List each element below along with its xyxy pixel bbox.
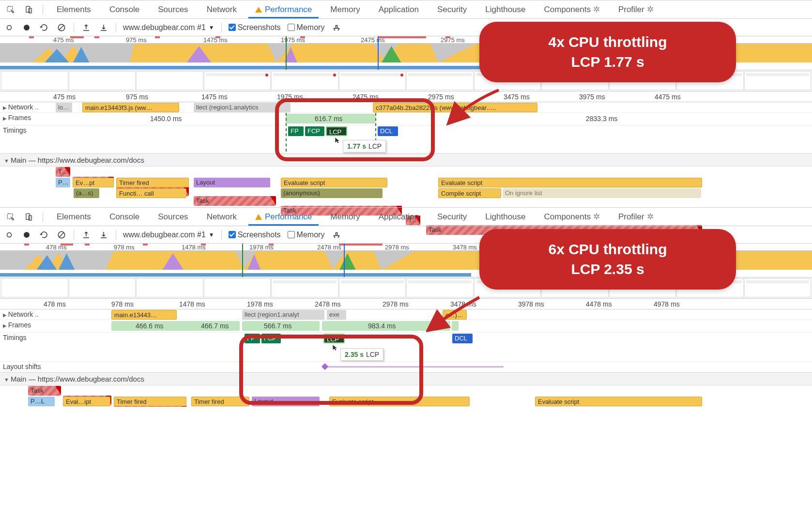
tab-application[interactable]: Application [372, 1, 426, 18]
timing-fp-badge[interactable]: FP [245, 334, 260, 343]
screenshot-thumb[interactable] [271, 71, 338, 90]
stack-bar[interactable]: Evaluate script [329, 397, 470, 406]
layout-shift-bar[interactable] [324, 366, 504, 368]
screenshot-thumb[interactable] [69, 278, 136, 297]
screenshot-thumb[interactable] [136, 278, 203, 297]
main-thread-header[interactable]: Main — https://www.debugbear.com/docs [0, 154, 812, 167]
stack-bar[interactable]: Functi… call [116, 188, 186, 198]
task-bar[interactable]: Task [28, 386, 61, 396]
screenshot-thumb[interactable] [744, 278, 812, 297]
task-bar[interactable]: T… [56, 167, 70, 177]
record-solid-icon[interactable] [21, 22, 32, 33]
clear-icon[interactable] [56, 22, 67, 33]
stack-bar[interactable]: On ignore list [503, 188, 701, 198]
screenshot-thumb[interactable] [271, 278, 338, 297]
network-bar[interactable]: main.e13443f3.js (ww… [82, 103, 179, 112]
screenshot-thumb[interactable] [1, 278, 68, 297]
timings-track[interactable]: Timings FP FCP LCP DCL 1.77 sLCP [0, 125, 812, 154]
profile-selector[interactable]: www.debugbear.com #1 ▼ [123, 231, 214, 239]
clear-icon[interactable] [56, 230, 67, 240]
record-icon[interactable] [4, 230, 15, 240]
frames-track[interactable]: Frames 1450.0 ms 616.7 ms 2833.3 ms [0, 113, 812, 125]
screenshot-thumb[interactable] [204, 278, 271, 297]
gc-icon[interactable] [331, 230, 342, 240]
track-label-network[interactable]: Network .. [0, 309, 53, 320]
stack-bar[interactable]: P… [56, 178, 70, 187]
timing-fcp-badge[interactable]: FCP [305, 126, 324, 136]
stack-bar[interactable]: Timer fired [114, 397, 186, 406]
timeline-ruler[interactable]: 475 ms 975 ms 1475 ms 1975 ms 2475 ms 29… [0, 92, 812, 102]
network-track[interactable]: Network .. lo… main.e13443f3.js (ww… lle… [0, 102, 812, 113]
track-label-frames[interactable]: Frames [0, 320, 53, 332]
memory-toggle[interactable]: Memory [288, 231, 325, 239]
stack-bar[interactable]: Layout [194, 178, 270, 187]
reload-icon[interactable] [39, 230, 49, 240]
screenshot-thumb[interactable] [339, 278, 406, 297]
tab-console[interactable]: Console [103, 1, 146, 18]
upload-icon[interactable] [81, 22, 92, 33]
tab-sources[interactable]: Sources [151, 208, 195, 226]
screenshot-thumb[interactable] [1, 71, 68, 90]
timing-lcp-badge[interactable]: LCP [323, 334, 345, 343]
tab-network[interactable]: Network [200, 1, 244, 18]
screenshot-thumb[interactable] [136, 71, 203, 90]
tab-performance[interactable]: Performance [248, 208, 319, 226]
main-thread-header[interactable]: Main — https://www.debugbear.com/docs [0, 372, 812, 385]
tab-components[interactable]: Components [537, 208, 607, 226]
screenshot-thumb[interactable] [69, 71, 136, 90]
network-bar[interactable]: lo… [56, 103, 72, 112]
track-label-frames[interactable]: Frames [0, 113, 53, 125]
stack-bar[interactable]: Evaluate script [438, 178, 702, 187]
tab-lighthouse[interactable]: Lighthouse [478, 1, 532, 18]
stack-bar[interactable]: (anonymous) [281, 188, 383, 198]
timing-dcl-badge[interactable]: DCL [378, 126, 398, 136]
tab-elements[interactable]: Elements [50, 1, 98, 18]
tab-memory[interactable]: Memory [323, 208, 367, 226]
tab-application[interactable]: Application [372, 208, 426, 226]
record-solid-icon[interactable] [21, 230, 32, 240]
network-bar[interactable]: exe [327, 310, 346, 320]
timing-lcp-badge[interactable]: LCP [326, 126, 347, 136]
inspect-icon[interactable] [4, 208, 17, 226]
record-icon[interactable] [4, 22, 15, 33]
screenshot-thumb[interactable] [339, 71, 406, 90]
reload-icon[interactable] [39, 22, 49, 33]
download-icon[interactable] [98, 22, 109, 33]
network-bar[interactable]: llect (region1.analytics [194, 103, 291, 112]
stack-bar[interactable]: P…L [28, 397, 55, 406]
stack-bar[interactable]: Evaluate script [281, 178, 387, 187]
layout-shift-diamond-icon[interactable] [322, 363, 328, 370]
memory-toggle[interactable]: Memory [288, 23, 325, 32]
stack-bar[interactable]: (a…s) [74, 188, 99, 198]
timings-track[interactable]: Timings FP FCP LCP DCL 2.35 sLCP [0, 333, 812, 362]
tab-components[interactable]: Components [537, 0, 607, 18]
tab-profiler[interactable]: Profiler [612, 208, 660, 226]
tab-console[interactable]: Console [103, 208, 146, 226]
network-bar[interactable]: llect (region1.analyt [242, 310, 324, 320]
stack-bar[interactable]: Evaluate script [535, 397, 702, 406]
network-bar[interactable]: main.e13443… [111, 310, 177, 320]
tab-sources[interactable]: Sources [151, 1, 195, 18]
tab-profiler[interactable]: Profiler [612, 0, 660, 18]
download-icon[interactable] [98, 230, 109, 240]
tab-memory[interactable]: Memory [323, 1, 367, 18]
network-track[interactable]: Network .. main.e13443… llect (region1.a… [0, 309, 812, 320]
tab-security[interactable]: Security [430, 208, 474, 226]
tab-performance[interactable]: Performance [248, 1, 319, 18]
timeline-ruler[interactable]: 478 ms 978 ms 1478 ms 1978 ms 2478 ms 29… [0, 299, 812, 309]
layout-shifts-track[interactable]: Layout shifts [0, 362, 812, 372]
stack-bar[interactable]: Compile script [438, 188, 501, 198]
stack-bar[interactable]: Eval…ipt [63, 397, 110, 406]
tab-security[interactable]: Security [430, 1, 474, 18]
gc-icon[interactable] [331, 22, 342, 33]
inspect-icon[interactable] [4, 0, 17, 19]
stack-bar[interactable]: Timer fired [191, 397, 249, 406]
screenshots-toggle[interactable]: Screenshots [229, 231, 281, 239]
screenshot-thumb[interactable] [744, 71, 812, 90]
profile-selector[interactable]: www.debugbear.com #1 ▼ [123, 23, 214, 32]
track-label-network[interactable]: Network .. [0, 102, 53, 112]
tab-elements[interactable]: Elements [50, 208, 98, 226]
timing-fp-badge[interactable]: FP [288, 126, 304, 136]
screenshot-thumb[interactable] [204, 71, 271, 90]
upload-icon[interactable] [81, 230, 92, 240]
